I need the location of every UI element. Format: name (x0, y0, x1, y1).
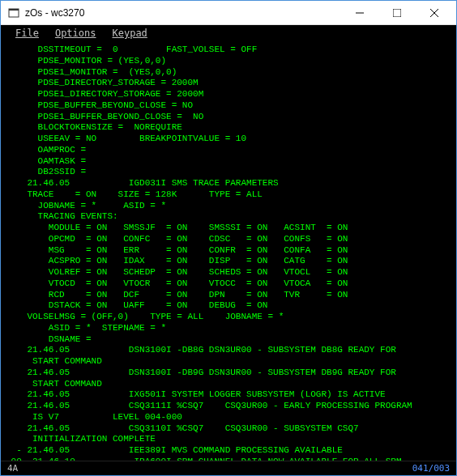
menu-keypad[interactable]: Keypad (104, 26, 155, 40)
status-left: 4A (7, 463, 18, 474)
terminal-line: DB2SSID = (6, 167, 451, 178)
close-button[interactable] (416, 1, 453, 25)
terminal-line: JOBNAME = * ASID = * (6, 201, 451, 212)
terminal-line: PDSE1_BUFFER_BEYOND_CLOSE = NO (6, 112, 451, 123)
terminal-line: PDSE1_MONITOR = (YES,0,0) (6, 67, 451, 79)
menubar: File Options Keypad (1, 25, 456, 41)
terminal-line: DSNAME = (6, 334, 451, 346)
terminal-line: IS V7 LEVEL 004-000 (6, 412, 451, 423)
status-bar: 4A 041/003 (1, 461, 456, 475)
terminal-line: START COMMAND (6, 379, 451, 390)
terminal-line: ACSPRO = ON IDAX = ON DISP = ON CATG = O… (6, 256, 451, 267)
terminal-line: OAMTASK = (6, 156, 451, 168)
terminal-line: 21.46.05 DSN3100I -DB8G DSN3UR00 - SUBSY… (6, 345, 451, 356)
cursor-position: 041/003 (412, 463, 450, 474)
minimize-button[interactable] (341, 1, 378, 25)
terminal-line: DSTACK = ON UAFF = ON DEBUG = ON (6, 300, 451, 312)
app-icon (7, 6, 20, 19)
terminal-line: BLOCKTOKENSIZE = NOREQUIRE (6, 122, 451, 134)
terminal-line: MODULE = ON SMSSJF = ON SMSSSI = ON ACSI… (6, 223, 451, 234)
terminal-line: OPCMD = ON CONFC = ON CDSC = ON CONFS = … (6, 234, 451, 245)
terminal-line: 21.46.05 CSQ3110I %CSQ7 CSQ3UR00 - SUBSY… (6, 423, 451, 435)
terminal-line: 00 21.46.10 IRA600I SRM CHANNEL DATA NOW… (6, 457, 451, 461)
window-controls (341, 1, 453, 25)
terminal-line: OAMPROC = (6, 145, 451, 156)
terminal-line: 21.46.05 DSN3100I -DB9G DSN3UR00 - SUBSY… (6, 368, 451, 379)
terminal-line: - 21.46.05 IEE389I MVS COMMAND PROCESSIN… (6, 445, 451, 457)
window-title: zOs - wc3270 (25, 7, 341, 19)
svg-rect-3 (393, 9, 401, 17)
menu-file[interactable]: File (7, 26, 47, 40)
terminal-line: 21.46.05 IXG501I SYSTEM LOGGER SUBSYSTEM… (6, 389, 451, 401)
terminal-line: DSSTIMEOUT = 0 FAST_VOLSEL = OFF (6, 45, 451, 56)
terminal-line: VOLREF = ON SCHEDP = ON SCHEDS = ON VTOC… (6, 267, 451, 278)
terminal-line: PDSE1_DIRECTORY_STORAGE = 2000M (6, 89, 451, 100)
terminal-line: MSG = ON ERR = ON CONFR = ON CONFA = ON (6, 245, 451, 257)
terminal-line: PDSE_BUFFER_BEYOND_CLOSE = NO (6, 100, 451, 112)
menu-options[interactable]: Options (47, 26, 105, 40)
terminal-line: 21.46.05 CSQ3111I %CSQ7 CSQ3UR00 - EARLY… (6, 401, 451, 412)
terminal-line: USEEAV = NO BREAKPOINTVALUE = 10 (6, 134, 451, 145)
terminal-line: ASID = * STEPNAME = * (6, 323, 451, 334)
maximize-button[interactable] (378, 1, 416, 25)
terminal-line: START COMMAND (6, 356, 451, 368)
terminal-line: TRACING EVENTS: (6, 211, 451, 223)
terminal-line: VTOCD = ON VTOCR = ON VTOCC = ON VTOCA =… (6, 278, 451, 290)
terminal-line: RCD = ON DCF = ON DPN = ON TVR = ON (6, 290, 451, 301)
terminal-line: INITIALIZATION COMPLETE (6, 434, 451, 445)
terminal-line: VOLSELMSG = (OFF,0) TYPE = ALL JOBNAME =… (6, 312, 451, 323)
terminal-line: 21.46.05 IGD031I SMS TRACE PARAMETERS (6, 178, 451, 189)
svg-rect-1 (9, 9, 19, 11)
terminal-line: PDSE_MONITOR = (YES,0,0) (6, 56, 451, 67)
titlebar[interactable]: zOs - wc3270 (1, 1, 456, 25)
terminal-line: PDSE_DIRECTORY_STORAGE = 2000M (6, 78, 451, 89)
app-window: zOs - wc3270 File Options Keypad DSSTIME… (0, 0, 457, 476)
terminal-line: TRACE = ON SIZE = 128K TYPE = ALL (6, 189, 451, 201)
terminal-screen[interactable]: DSSTIMEOUT = 0 FAST_VOLSEL = OFF PDSE_MO… (1, 41, 456, 461)
